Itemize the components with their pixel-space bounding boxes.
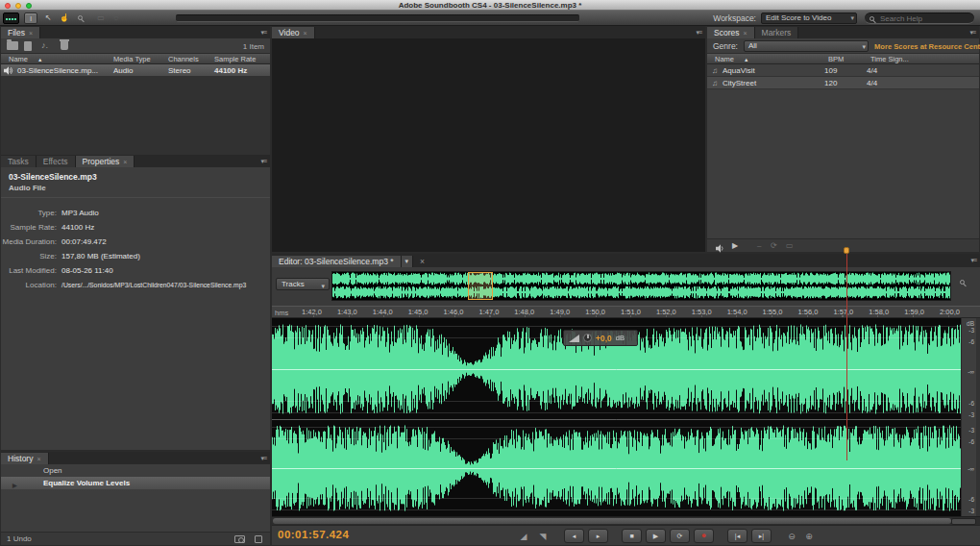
delete-icon[interactable] — [61, 41, 68, 50]
close-icon[interactable]: × — [123, 159, 127, 165]
video-panel: Video× ▾≡ — [272, 26, 705, 252]
speaker-icon[interactable] — [716, 244, 725, 253]
next-button[interactable]: ▸ — [588, 529, 608, 543]
undo-status: 1 Undo — [7, 534, 32, 543]
tab-properties[interactable]: Properties× — [76, 156, 135, 167]
score-row[interactable]: ♫ CityStreet 120 4/4 — [707, 77, 979, 89]
record-button[interactable]: ● — [694, 529, 714, 543]
editor-tab-dropdown[interactable]: ▾ — [402, 256, 414, 267]
overview-selection-box[interactable] — [468, 272, 493, 300]
fade-in-button[interactable]: ◢ — [516, 532, 531, 541]
panel-menu-icon[interactable]: ▾≡ — [970, 257, 976, 264]
time-selection-tool[interactable]: I — [24, 12, 37, 24]
tab-tasks[interactable]: Tasks — [1, 156, 37, 167]
tab-video[interactable]: Video× — [272, 27, 315, 38]
ruler-unit: hms — [275, 309, 288, 317]
zoom-widget[interactable] — [951, 518, 976, 525]
panel-menu-icon[interactable]: ▾≡ — [696, 29, 701, 37]
zoom-out-full-icon[interactable]: ⊖ — [785, 532, 798, 541]
play-button[interactable]: ▶ — [646, 529, 666, 543]
editor-panel: Editor: 03-SilenceSilence.mp3 * ▾ × ▾≡ T… — [272, 254, 980, 545]
db-scale-label: -∞ — [968, 465, 974, 472]
speaker-icon — [4, 66, 13, 75]
tab-editor[interactable]: Editor: 03-SilenceSilence.mp3 * — [272, 256, 402, 267]
import-icon[interactable] — [24, 41, 32, 51]
delete-icon[interactable] — [255, 535, 262, 543]
ruler-tick-label: 1:46,0 — [436, 308, 472, 316]
zoom-to-selection-icon[interactable]: ⊕ — [802, 532, 816, 541]
ruler-tick-label: 1:45,0 — [401, 308, 436, 316]
tab-markers[interactable]: Markers — [755, 27, 799, 38]
close-icon[interactable]: × — [413, 256, 431, 267]
preview-play-button[interactable]: ▶ — [732, 239, 738, 253]
score-row[interactable]: ♫ AquaVisit 109 4/4 — [707, 64, 979, 77]
playhead-line — [846, 254, 847, 460]
panel-menu-icon[interactable]: ▾≡ — [260, 29, 266, 37]
volume-hud[interactable]: +0,0 dB — [563, 330, 638, 346]
stop-button[interactable]: ■ — [622, 529, 642, 543]
scale-edge — [976, 318, 980, 516]
genre-dropdown[interactable]: All▾ — [744, 40, 869, 52]
workspace-dropdown[interactable]: Edit Score to Video▾ — [761, 12, 857, 24]
scrollbar-thumb[interactable] — [273, 518, 951, 524]
search-help-box[interactable] — [865, 12, 974, 24]
tab-effects[interactable]: Effects — [37, 156, 76, 167]
app-toolbar: I ↖ ☝ ▭ ◌ Workspace: Edit Score to Video… — [0, 11, 980, 26]
go-to-start-button[interactable]: |◂ — [727, 529, 747, 543]
history-item[interactable]: ▶ Open — [1, 464, 270, 477]
volume-knob-icon[interactable] — [583, 334, 592, 342]
refresh-icon: ⟳ — [771, 239, 777, 253]
waveform-view[interactable]: dB-3-6-∞-6-3-3-6-∞-6-3 +0,0 dB — [272, 318, 980, 516]
history-item[interactable]: ▶ Equalize Volume Levels — [1, 477, 270, 489]
close-icon[interactable]: × — [743, 30, 747, 37]
db-scale-label: -6 — [968, 400, 974, 407]
minus-icon: – — [757, 239, 761, 253]
zoom-icon[interactable] — [960, 280, 965, 285]
close-icon[interactable]: × — [304, 30, 307, 37]
autocompose-score-icon[interactable]: ♪. — [41, 41, 48, 50]
playhead-marker-icon[interactable] — [844, 247, 849, 254]
volume-unit: dB — [616, 334, 625, 342]
previous-button[interactable]: ◂ — [564, 529, 584, 543]
loop-playback-button[interactable]: ⟳ — [670, 529, 690, 543]
soundbooth-window: Adobe Soundbooth CS4 - 03-SilenceSilence… — [0, 0, 980, 546]
db-scale-label: -6 — [968, 438, 974, 445]
waveform-canvas[interactable] — [272, 318, 961, 516]
panel-menu-icon[interactable]: ▾≡ — [260, 158, 266, 165]
hand-tool[interactable]: ☝ — [58, 12, 71, 24]
scores-table: ♫ AquaVisit 109 4/4 ♫ CityStreet 120 4/4 — [707, 64, 979, 89]
chevron-down-icon: ▾ — [321, 281, 325, 291]
open-file-icon[interactable] — [7, 41, 18, 50]
tracks-dropdown[interactable]: Tracks▾ — [276, 278, 330, 290]
table-row[interactable]: 03-SilenceSilence.mp... Audio Stereo 441… — [1, 64, 270, 77]
history-footer: 1 Undo — [1, 532, 270, 545]
files-table-header[interactable]: Name▲ Media Type Channels Sample Rate — [1, 54, 270, 64]
go-to-end-button[interactable]: ▸| — [751, 529, 772, 543]
search-input[interactable] — [880, 13, 970, 23]
close-icon[interactable]: × — [29, 30, 33, 37]
close-icon[interactable]: × — [37, 456, 40, 462]
waveform-overview[interactable] — [331, 271, 951, 301]
ruler-tick-label: 1:43,0 — [330, 308, 365, 316]
property-row: Size: 157,80 MB (Estimated) — [1, 249, 270, 263]
tab-scores[interactable]: Scores× — [707, 27, 755, 38]
panel-menu-icon[interactable]: ▾≡ — [260, 455, 266, 462]
timeline-ruler[interactable]: hms 1:42,01:43,01:44,01:45,01:46,01:47,0… — [272, 306, 980, 318]
fade-out-button[interactable]: ◥ — [535, 532, 551, 541]
music-note-icon: ♫ — [707, 64, 723, 76]
search-icon — [870, 16, 874, 21]
property-value: 157,80 MB (Estimated) — [57, 249, 140, 263]
resource-central-link[interactable]: More Scores at Resource Central — [874, 42, 980, 51]
snapshot-icon[interactable] — [234, 535, 245, 543]
horizontal-scrollbar[interactable] — [272, 516, 980, 525]
property-label: Size: — [1, 249, 57, 263]
scores-table-header[interactable]: Name▲ BPM Time Sign... — [707, 54, 979, 64]
db-scale: dB-3-6-∞-6-3-3-6-∞-6-3 — [961, 318, 976, 516]
tab-files[interactable]: Files× — [1, 27, 40, 38]
tab-history[interactable]: History× — [1, 453, 49, 464]
db-scale-label: -3 — [968, 327, 974, 334]
scores-panel: Scores× Markers ▾≡ Genre: All▾ More Scor… — [707, 26, 979, 252]
property-row: Media Duration: 00:07:49.472 — [1, 235, 270, 249]
panel-menu-icon[interactable]: ▾≡ — [969, 29, 975, 37]
move-tool[interactable]: ↖ — [41, 12, 55, 24]
